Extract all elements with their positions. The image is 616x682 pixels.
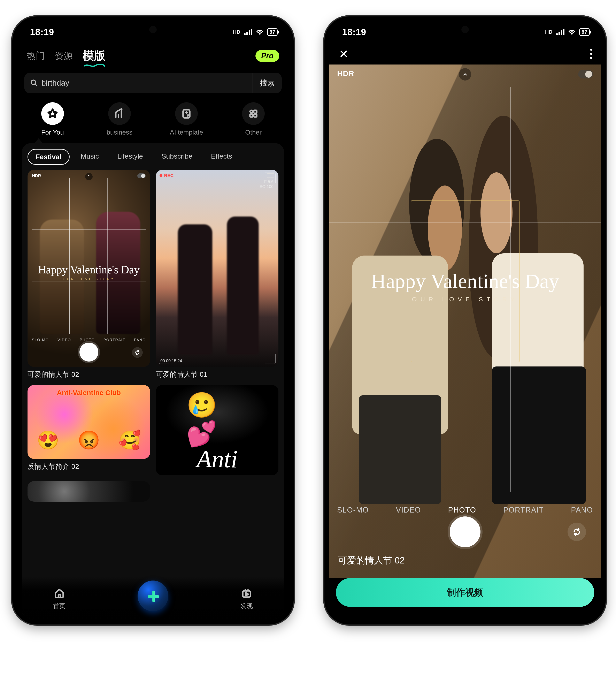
mode-option[interactable]: PANO — [571, 506, 593, 515]
category-label: business — [106, 129, 133, 136]
emoji-icon: 🥲💕 — [186, 391, 248, 448]
more-button[interactable] — [590, 49, 592, 59]
star-icon — [41, 102, 64, 125]
person-silhouette — [178, 224, 212, 355]
template-card[interactable] — [27, 481, 150, 502]
camera-punch-hole — [461, 26, 469, 33]
chip-subscribe[interactable]: Subscribe — [154, 149, 200, 165]
shutter-icon — [79, 343, 98, 362]
home-icon — [53, 587, 66, 600]
chip-effects[interactable]: Effects — [204, 149, 239, 165]
category-business[interactable]: business — [91, 102, 148, 136]
phone-frame-left: 18:19 HD 87 热门 资源 模版 Pro — [12, 17, 293, 624]
preview-topbar — [329, 43, 601, 65]
mode-option[interactable]: VIDEO — [396, 506, 421, 515]
status-hd-icon: HD — [233, 29, 241, 35]
category-row: For You business AI template — [17, 93, 289, 138]
mode-option[interactable]: PHOTO — [448, 506, 476, 515]
plus-icon — [147, 590, 159, 602]
flip-camera-button[interactable] — [568, 523, 586, 541]
bottom-nav: 首页 发现 — [17, 577, 289, 620]
grid-overlay — [32, 178, 146, 334]
chevron-up-icon[interactable] — [459, 68, 471, 81]
tab-templates[interactable]: 模版 — [82, 48, 105, 64]
mode-option[interactable]: PORTRAIT — [503, 506, 544, 515]
svg-point-3 — [250, 110, 253, 113]
nav-discover[interactable]: 发现 — [240, 587, 253, 610]
battery-icon: 87 — [267, 28, 278, 36]
make-video-button[interactable]: 制作视频 — [336, 578, 594, 607]
overlay-title: Happy Valentine's Day OUR LOVE STORY — [27, 263, 150, 281]
banner-text: Anti-Valentine Club — [27, 389, 150, 397]
template-caption: 反情人节简介 02 — [27, 462, 150, 471]
template-thumb[interactable]: 🥲💕 Anti — [156, 385, 279, 475]
chip-festival[interactable]: Festival — [27, 149, 70, 165]
sparkle-card-icon — [175, 102, 198, 125]
preview-viewport: Happy Valentine's Day OUR LOVE STORY — [329, 87, 601, 492]
search-input[interactable]: birthday — [38, 79, 253, 88]
person-silhouette — [227, 217, 259, 355]
rec-indicator: REC — [160, 173, 173, 178]
wifi-icon — [256, 28, 263, 36]
chip-music[interactable]: Music — [73, 149, 106, 165]
nav-home[interactable]: 首页 — [53, 587, 66, 610]
template-thumb[interactable]: HDR ⌃ Happy Valentine's Day OUR LOVE STO… — [27, 170, 150, 367]
emoji-row: 😍😡🥰 — [27, 430, 150, 451]
svg-rect-5 — [250, 114, 253, 117]
camera-modes[interactable]: SLO-MO VIDEO PHOTO PORTRAIT PANO — [329, 506, 601, 515]
svg-rect-4 — [254, 110, 257, 113]
template-card[interactable]: REC F 5.6 ISO 100 00:00:15:24 可爱的情人节 01 — [156, 170, 279, 379]
category-foryou[interactable]: For You — [24, 102, 81, 136]
template-thumb[interactable]: REC F 5.6 ISO 100 00:00:15:24 — [156, 170, 279, 367]
svg-point-8 — [571, 34, 572, 35]
top-tabs: 热门 资源 模版 Pro — [17, 43, 289, 65]
preview-body: HDR — [329, 65, 601, 578]
template-card[interactable]: Anti-Valentine Club 😍😡🥰 反情人节简介 02 — [27, 385, 150, 475]
template-thumb[interactable] — [27, 481, 150, 502]
tab-hot[interactable]: 热门 — [27, 50, 45, 62]
category-label: Other — [245, 129, 262, 136]
mode-option[interactable]: SLO-MO — [337, 506, 369, 515]
screen-right: 18:19 HD 87 HDR — [329, 21, 601, 620]
template-thumb[interactable]: Anti-Valentine Club 😍😡🥰 — [27, 385, 150, 459]
battery-outline-icon — [267, 174, 274, 178]
status-hd-icon: HD — [545, 29, 553, 35]
close-button[interactable] — [338, 48, 350, 60]
shutter-button[interactable] — [450, 517, 480, 547]
timecode: 00:00:15:24 — [160, 359, 182, 363]
template-caption: 可爱的情人节 01 — [156, 370, 279, 379]
template-card[interactable]: HDR ⌃ Happy Valentine's Day OUR LOVE STO… — [27, 170, 150, 379]
category-ai-template[interactable]: AI template — [158, 102, 215, 136]
camera-punch-hole — [149, 26, 157, 33]
wifi-icon — [568, 28, 575, 36]
status-time: 18:19 — [30, 27, 54, 37]
chip-row[interactable]: Festival Music Lifestyle Subscribe Effec… — [27, 149, 279, 165]
chip-lifestyle[interactable]: Lifestyle — [110, 149, 150, 165]
tab-underline-icon — [84, 64, 105, 67]
svg-point-0 — [259, 34, 260, 35]
camera-meta: F 5.6 ISO 100 — [259, 179, 274, 189]
nav-label: 首页 — [53, 602, 66, 610]
nav-label: 发现 — [240, 602, 253, 610]
templates-panel: Festival Music Lifestyle Subscribe Effec… — [22, 143, 284, 620]
template-card[interactable]: 🥲💕 Anti — [156, 385, 279, 475]
signal-icon — [244, 29, 252, 35]
svg-rect-6 — [254, 114, 257, 117]
signal-icon — [556, 29, 565, 35]
toggle-icon[interactable] — [578, 70, 593, 78]
category-other[interactable]: Other — [225, 102, 282, 136]
template-grid[interactable]: HDR ⌃ Happy Valentine's Day OUR LOVE STO… — [27, 170, 279, 502]
chart-up-icon — [108, 102, 131, 125]
grid-icon — [242, 102, 265, 125]
discover-icon — [240, 587, 253, 600]
tab-resources[interactable]: 资源 — [55, 50, 73, 62]
search-bar[interactable]: birthday 搜索 — [24, 73, 282, 93]
pro-badge[interactable]: Pro — [256, 50, 279, 62]
create-fab[interactable] — [138, 581, 168, 611]
battery-icon: 87 — [579, 28, 590, 36]
overlay-text: Anti — [156, 445, 279, 473]
search-button[interactable]: 搜索 — [253, 73, 282, 93]
screen-left: 18:19 HD 87 热门 资源 模版 Pro — [17, 21, 289, 620]
overlay-title: Happy Valentine's Day OUR LOVE STORY — [329, 269, 601, 303]
hdr-label: HDR — [337, 69, 354, 78]
